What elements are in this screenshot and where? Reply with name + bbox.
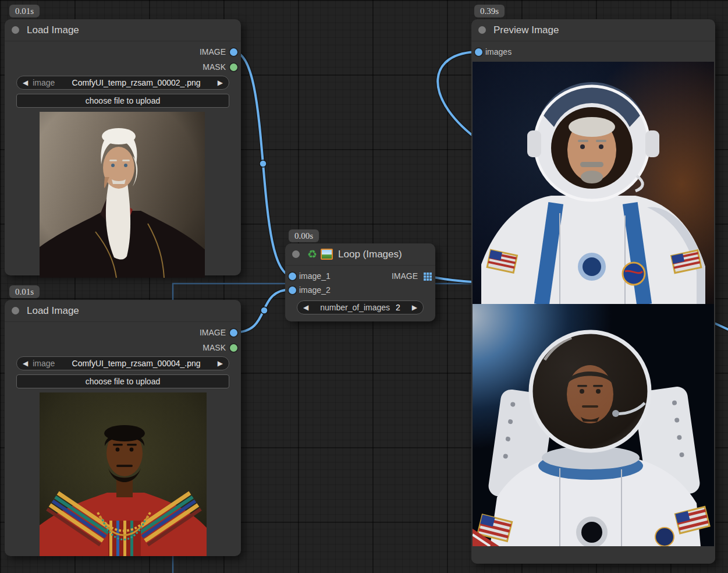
node-title: Load Image xyxy=(27,305,79,317)
preview-image-astronaut-1 xyxy=(473,62,714,304)
combo-prev-icon[interactable]: ◀ xyxy=(23,356,28,370)
node-header[interactable]: Load Image xyxy=(5,19,241,41)
link-midpoint-dot[interactable] xyxy=(260,160,267,167)
image-combo-widget[interactable]: ◀ image ComfyUI_temp_rzsam_00004_.png ▶ xyxy=(16,356,229,370)
upload-button[interactable]: choose file to upload xyxy=(16,94,229,108)
mask-output-port[interactable] xyxy=(230,344,237,352)
combo-label: image xyxy=(33,359,55,368)
output-label-mask: MASK xyxy=(203,62,226,72)
increment-icon[interactable]: ▶ xyxy=(412,300,417,314)
output-label-image: IMAGE xyxy=(392,271,418,281)
collapse-dot-icon[interactable] xyxy=(292,250,300,258)
combo-prev-icon[interactable]: ◀ xyxy=(23,76,28,90)
node-title: Load Image xyxy=(27,24,79,36)
collapse-dot-icon[interactable] xyxy=(478,26,486,34)
node-header[interactable]: Load Image xyxy=(5,300,241,322)
node-footer xyxy=(471,546,715,564)
image-combo-widget[interactable]: ◀ image ComfyUI_temp_rzsam_00002_.png ▶ xyxy=(16,76,229,90)
node-loop-images[interactable]: ♻ Loop (Images) image_1 image_2 IMAGE ◀ … xyxy=(285,243,435,321)
image-grid-output-port[interactable] xyxy=(424,273,426,275)
node-header[interactable]: Preview Image xyxy=(471,19,715,41)
node-preview-image[interactable]: Preview Image images xyxy=(471,19,715,564)
combo-next-icon[interactable]: ▶ xyxy=(218,356,223,370)
combo-value: ComfyUI_temp_rzsam_00002_.png xyxy=(55,78,217,87)
output-label-mask: MASK xyxy=(203,342,226,353)
recycle-icon: ♻ xyxy=(307,249,317,260)
execution-time-badge: 0.39s xyxy=(474,5,505,17)
number-of-images-widget[interactable]: ◀ number_of_images 2 ▶ xyxy=(297,300,424,314)
decrement-icon[interactable]: ◀ xyxy=(303,300,308,314)
execution-time-badge: 0.00s xyxy=(289,229,319,242)
combo-label: image xyxy=(33,78,55,87)
combo-value: ComfyUI_temp_rzsam_00004_.png xyxy=(55,359,217,368)
link-image2-to-loop xyxy=(233,289,292,333)
image-output-port[interactable] xyxy=(230,48,237,56)
input-label-image2: image_2 xyxy=(299,285,331,295)
node-title: Preview Image xyxy=(493,24,559,36)
node-header[interactable]: ♻ Loop (Images) xyxy=(285,243,435,266)
image2-input-port[interactable] xyxy=(289,286,296,294)
combo-next-icon[interactable]: ▶ xyxy=(218,76,223,90)
link-image1-to-loop xyxy=(233,52,293,276)
number-widget-label: number_of_images xyxy=(320,303,390,312)
image-output-port[interactable] xyxy=(230,329,237,337)
picture-icon xyxy=(321,249,333,260)
collapse-dot-icon[interactable] xyxy=(12,307,19,314)
node-load-image-2[interactable]: Load Image IMAGE MASK ◀ image ComfyUI_te… xyxy=(5,300,241,556)
loaded-image-preview-kente-man xyxy=(40,392,207,556)
mask-output-port[interactable] xyxy=(230,63,237,71)
execution-time-badge: 0.01s xyxy=(9,285,40,298)
number-widget-value: 2 xyxy=(396,303,400,312)
execution-time-badge: 0.01s xyxy=(9,5,40,17)
node-load-image-1[interactable]: Load Image IMAGE MASK ◀ image ComfyUI_te… xyxy=(5,19,241,275)
upload-button[interactable]: choose file to upload xyxy=(16,374,229,388)
collapse-dot-icon[interactable] xyxy=(12,26,19,34)
loaded-image-preview-old-man xyxy=(40,112,205,278)
output-label-image: IMAGE xyxy=(200,47,226,57)
preview-image-astronaut-2 xyxy=(473,304,714,546)
input-label-image1: image_1 xyxy=(299,271,331,281)
image1-input-port[interactable] xyxy=(289,273,296,280)
node-title: Loop (Images) xyxy=(338,249,402,260)
input-label-images: images xyxy=(485,47,512,57)
output-label-image: IMAGE xyxy=(200,327,226,338)
link-midpoint-dot[interactable] xyxy=(261,307,268,314)
images-input-port[interactable] xyxy=(475,48,482,56)
